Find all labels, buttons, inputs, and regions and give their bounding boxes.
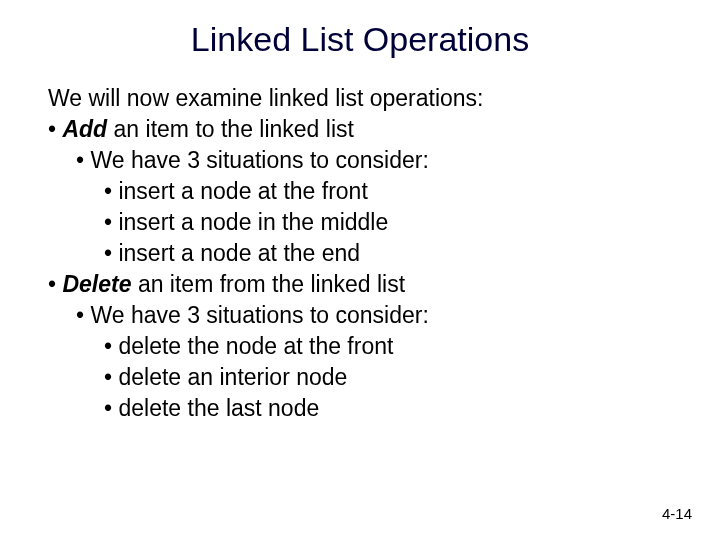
emph-front: at the front [283,333,393,359]
text: node [290,364,348,390]
bullet-delete-front: delete the node at the front [104,331,672,362]
bullet-delete-sub: We have 3 situations to consider: [76,300,672,331]
add-label: Add [62,116,107,142]
text: delete the node [118,333,283,359]
bullet-delete-last: delete the last node [104,393,672,424]
add-rest: an item to the linked list [107,116,354,142]
bullet-insert-middle: insert a node in the middle [104,207,672,238]
emph-end: at the end [258,240,360,266]
delete-label: Delete [62,271,131,297]
intro-line: We will now examine linked list operatio… [48,83,672,114]
page-number: 4-14 [662,505,692,522]
slide: Linked List Operations We will now exami… [0,0,720,425]
emph-middle: in the middle [258,209,388,235]
emph-interior: interior [219,364,289,390]
bullet-delete-interior: delete an interior node [104,362,672,393]
text: delete the [118,395,225,421]
text: node [262,395,320,421]
bullet-delete: Delete an item from the linked list [48,269,672,300]
slide-title: Linked List Operations [48,20,672,59]
bullet-add: Add an item to the linked list [48,114,672,145]
emph-last: last [226,395,262,421]
bullet-insert-front: insert a node at the front [104,176,672,207]
text: insert a node [118,209,257,235]
text: insert a node [118,178,257,204]
delete-rest: an item from the linked list [132,271,406,297]
text: insert a node [118,240,257,266]
slide-body: We will now examine linked list operatio… [48,83,672,425]
text: delete an [118,364,219,390]
emph-front: at the front [258,178,368,204]
bullet-insert-end: insert a node at the end [104,238,672,269]
bullet-add-sub: We have 3 situations to consider: [76,145,672,176]
